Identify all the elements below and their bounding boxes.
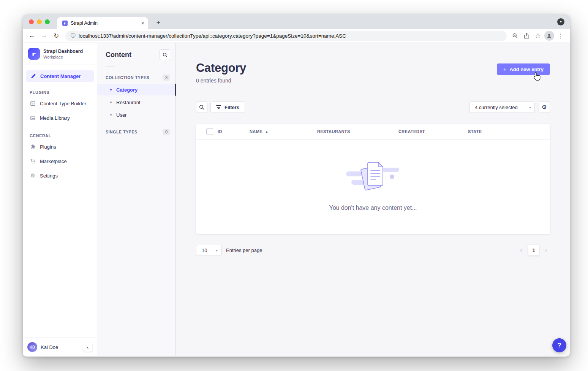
table-header-row: ID NAME ▲ RESTAURANTS CREATEDAT STATE (196, 124, 550, 140)
page-size-select[interactable]: 10 ▾ (196, 245, 222, 255)
recording-indicator-icon[interactable]: ▼ (557, 18, 564, 25)
site-info-icon[interactable]: ⓘ (71, 32, 76, 39)
next-page-button[interactable]: › (542, 247, 550, 254)
nav-section-general: GENERAL (23, 125, 97, 140)
sidebar-item-plugins[interactable]: Plugins (23, 140, 97, 154)
entries-count: 0 entries found (196, 78, 246, 84)
address-bar[interactable]: ⓘ localhost:1337/admin/content-manager/c… (65, 31, 507, 41)
url-text: localhost:1337/admin/content-manager/col… (79, 33, 346, 39)
new-tab-button[interactable]: + (153, 18, 163, 28)
tab-title: Strapi Admin (71, 21, 138, 26)
reload-button[interactable]: ↻ (51, 30, 62, 41)
subnav-item-label: User (116, 112, 126, 118)
subnav-item-user[interactable]: User (97, 109, 175, 120)
add-new-entry-label: Add new entry (509, 67, 544, 72)
entries-per-page-label: Entries per page (226, 247, 262, 253)
puzzle-icon (30, 144, 36, 150)
content-subnav: Content COLLECTION TYPES 3 Category Res (97, 43, 176, 356)
help-button[interactable]: ? (552, 338, 566, 352)
table-search-button[interactable] (196, 101, 207, 113)
share-icon[interactable] (521, 30, 532, 41)
plus-icon: + (503, 66, 507, 73)
sidebar-item-content-type-builder[interactable]: Content-Type Builder (23, 96, 97, 111)
page-size-value: 10 (202, 247, 207, 253)
subnav-item-category[interactable]: Category (97, 84, 175, 95)
subnav-title: Content (106, 51, 131, 59)
page-title: Category (196, 61, 246, 75)
column-header-state[interactable]: STATE (468, 129, 550, 134)
subnav-search-button[interactable] (160, 49, 170, 60)
previous-page-button[interactable]: ‹ (517, 247, 525, 254)
collection-types-header[interactable]: COLLECTION TYPES 3 (97, 70, 175, 84)
forward-button[interactable]: → (39, 30, 49, 41)
image-icon (30, 115, 36, 121)
single-types-header[interactable]: SINGLE TYPES 0 (97, 124, 175, 138)
bullet-icon (110, 114, 112, 116)
sort-asc-icon: ▲ (265, 130, 268, 133)
empty-state-text: You don't have any content yet... (329, 205, 417, 211)
columns-select[interactable]: 4 currently selected ▾ (469, 101, 535, 113)
page-number[interactable]: 1 (528, 245, 539, 255)
browser-toolbar: ← → ↻ ⓘ localhost:1337/admin/content-man… (23, 29, 570, 43)
close-window-button[interactable] (29, 19, 34, 24)
sidebar-item-label: Content Manager (40, 73, 81, 79)
browser-menu-icon[interactable]: ⋮ (555, 30, 566, 41)
table-settings-button[interactable]: ⚙ (539, 101, 550, 113)
subnav-divider (106, 67, 115, 67)
column-header-restaurants[interactable]: RESTAURANTS (317, 129, 398, 134)
column-header-createdat[interactable]: CREATEDAT (398, 129, 468, 134)
back-button[interactable]: ← (27, 30, 37, 41)
tab-close-icon[interactable]: × (141, 20, 144, 26)
column-header-name[interactable]: NAME ▲ (250, 129, 317, 134)
sidebar-item-content-manager[interactable]: Content Manager (26, 70, 94, 82)
subnav-item-restaurant[interactable]: Restaurant (97, 97, 175, 108)
user-name: Kai Doe (41, 344, 80, 350)
strapi-logo-icon (28, 48, 40, 60)
cart-icon (30, 158, 36, 165)
sidebar-item-label: Media Library (40, 115, 70, 121)
collection-types-count: 3 (163, 75, 170, 81)
single-types-count: 0 (163, 129, 170, 135)
zoom-search-icon[interactable] (510, 30, 520, 41)
subnav-item-label: Restaurant (116, 100, 141, 105)
strapi-favicon-icon (62, 21, 68, 26)
sidebar-item-label: Settings (40, 173, 58, 179)
minimize-window-button[interactable] (37, 19, 42, 24)
zoom-window-button[interactable] (45, 19, 50, 24)
sidebar-item-label: Content-Type Builder (40, 101, 86, 106)
app-content: Strapi Dashboard Workplace Content Manag… (23, 43, 570, 356)
window-controls (29, 19, 50, 24)
sidebar-item-media-library[interactable]: Media Library (23, 111, 97, 125)
app-name: Strapi Dashboard (43, 49, 83, 54)
table-empty-state: You don't have any content yet... (196, 140, 550, 234)
add-new-entry-button[interactable]: + Add new entry (497, 63, 550, 75)
sidebar-item-settings[interactable]: ⚙ Settings (23, 168, 97, 183)
filter-icon (216, 105, 221, 109)
columns-select-value: 4 currently selected (475, 105, 518, 110)
entries-table: ID NAME ▲ RESTAURANTS CREATEDAT STATE (196, 124, 550, 234)
nav-section-plugins: PLUGINS (23, 82, 97, 96)
browser-window: Strapi Admin × + ▼ ← → ↻ ⓘ localhost:133… (23, 14, 570, 357)
bookmark-star-icon[interactable]: ☆ (533, 30, 543, 41)
workspace-header[interactable]: Strapi Dashboard Workplace (23, 43, 97, 65)
select-all-checkbox[interactable] (206, 128, 213, 135)
chevron-down-icon: ▾ (529, 105, 531, 109)
user-avatar[interactable]: KD (27, 342, 37, 352)
pagination-row: 10 ▾ Entries per page ‹ 1 › (196, 245, 550, 255)
bullet-icon (110, 89, 112, 90)
workspace-name: Workplace (43, 55, 83, 59)
chevron-down-icon: ▾ (216, 248, 218, 252)
profile-avatar[interactable] (544, 30, 555, 41)
browser-tab[interactable]: Strapi Admin × (57, 17, 148, 29)
layout-grid-icon (30, 100, 36, 107)
sidebar-item-label: Plugins (40, 144, 56, 150)
filters-button[interactable]: Filters (210, 101, 245, 113)
collapse-sidebar-button[interactable]: ‹ (83, 342, 92, 352)
column-header-id[interactable]: ID (218, 129, 250, 134)
bullet-icon (110, 101, 112, 103)
sidebar-item-label: Marketplace (40, 159, 67, 164)
sidebar-item-marketplace[interactable]: Marketplace (23, 154, 97, 168)
desktop-backdrop: Strapi Admin × + ▼ ← → ↻ ⓘ localhost:133… (0, 0, 588, 371)
main-panel: Category 0 entries found + Add new entry (176, 43, 570, 356)
collection-types-label: COLLECTION TYPES (106, 75, 149, 80)
